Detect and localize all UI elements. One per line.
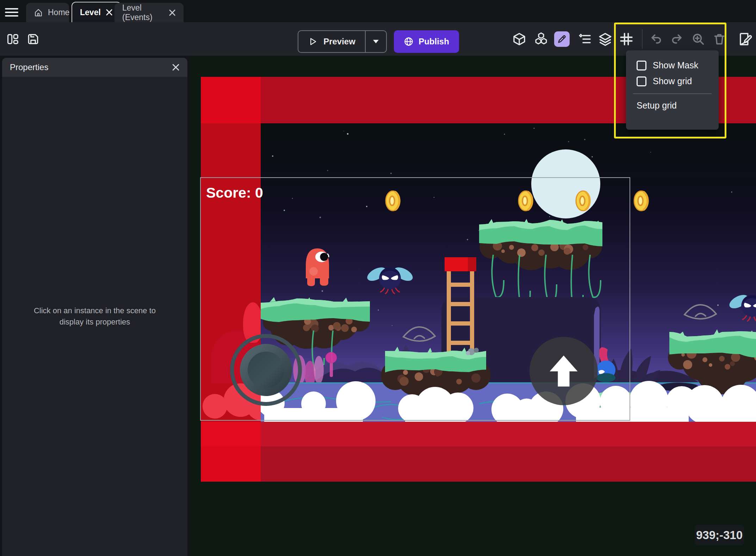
show-grid-checkbox[interactable] [637,76,646,86]
instances-list-icon[interactable] [577,31,593,47]
level-border-bottom-lower[interactable] [201,446,756,482]
close-tab-icon[interactable] [106,9,113,16]
edit-scene-properties-icon[interactable] [737,31,752,47]
layers-icon[interactable] [597,31,613,47]
cursor-coordinates-badge: 939;-310 [695,525,744,545]
3d-box-icon[interactable] [512,31,527,47]
score-text-object[interactable]: Score: 0 [206,185,263,201]
preview-label: Preview [323,37,355,47]
redo-icon[interactable] [669,31,685,47]
tab-level[interactable]: Level [72,2,121,22]
show-mask-checkbox[interactable] [637,61,646,70]
home-icon [34,8,43,17]
globe-icon [404,37,414,47]
properties-panel: Properties Click on an instance in the s… [2,58,187,556]
preview-button[interactable]: Preview [298,30,387,53]
jump-button-object[interactable] [529,337,598,405]
properties-panel-title: Properties [10,62,172,72]
joystick-knob [240,344,292,396]
publish-button[interactable]: Publish [394,30,459,53]
close-tab-icon[interactable] [169,9,176,16]
menu-item-show-mask[interactable]: Show Mask [626,57,719,73]
up-arrow-icon [544,352,583,390]
tab-label: Level (Events) [122,3,164,22]
tab-level-events[interactable]: Level (Events) [114,3,184,22]
grid-icon[interactable] [619,31,634,47]
zoom-in-icon[interactable] [690,31,706,47]
properties-panel-body: Click on an instance in the scene to dis… [2,77,187,556]
joystick-control-object[interactable] [230,334,302,406]
grid-options-menu: Show Mask Show grid Setup grid [626,50,719,130]
delete-icon[interactable] [712,31,727,47]
menu-item-show-grid[interactable]: Show grid [626,73,719,89]
chevron-down-icon [372,39,379,44]
properties-panel-header: Properties [2,58,187,77]
scene-editor-canvas[interactable]: Score: 0 939;-310 [190,56,756,556]
objects-stack-icon[interactable] [533,31,549,47]
toggle-panels-icon[interactable] [5,31,20,47]
tab-label: Home [48,8,69,17]
close-properties-icon[interactable] [172,63,180,71]
draw-pencil-icon[interactable] [554,31,570,47]
tab-bar: Home Level Level (Events) [0,0,756,22]
toolbar-separator [642,29,643,49]
properties-empty-message: Click on an instance in the scene to dis… [34,305,156,328]
level-border-bottom[interactable] [201,422,756,446]
sidebar: Properties Click on an instance in the s… [0,56,190,556]
preview-options-button[interactable] [365,31,386,52]
save-icon[interactable] [25,31,41,47]
publish-label: Publish [419,37,449,47]
menu-divider [633,93,712,94]
tab-home[interactable]: Home [26,3,69,22]
gdevelop-editor-window: Home Level Level (Events) Preview [0,0,756,556]
play-icon [308,37,318,47]
tab-label: Level [80,8,101,17]
menu-item-setup-grid[interactable]: Setup grid [626,98,719,113]
main-menu-hamburger-icon[interactable] [5,6,18,17]
undo-icon[interactable] [648,31,664,47]
coin-object[interactable] [634,191,648,211]
